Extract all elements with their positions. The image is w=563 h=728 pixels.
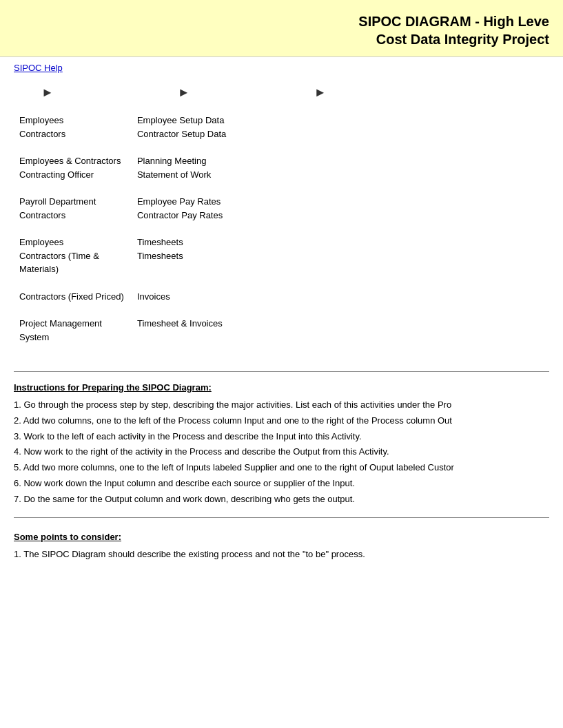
arrow-3: ► [314, 85, 327, 100]
instruction-item-5: 6. Now work down the Input column and de… [14, 477, 549, 491]
supplier-cell-5: Project Management System [14, 310, 132, 351]
output-cell-4 [335, 283, 453, 311]
instructions-section: Instructions for Preparing the SIPOC Dia… [0, 382, 563, 507]
supplier-cell-3: EmployeesContractors (Time & Materials) [14, 229, 132, 283]
instruction-item-6: 7. Do the same for the Output column and… [14, 492, 549, 507]
output-cell-1 [335, 147, 453, 188]
input-cell-4: Invoices [132, 283, 249, 311]
instruction-item-0: 1. Go through the process step by step, … [14, 398, 549, 413]
points-item-0: 1. The SIPOC Diagram should describe the… [14, 548, 549, 562]
instruction-item-4: 5. Add two more columns, one to the left… [14, 461, 549, 475]
instruction-item-2: 3. Work to the left of each activity in … [14, 430, 549, 444]
customer-cell-1 [453, 147, 549, 188]
process-cell-4 [249, 283, 335, 311]
input-cell-2: Employee Pay RatesContractor Pay Rates [132, 188, 249, 229]
arrow-2: ► [178, 85, 190, 100]
instruction-item-3: 4. Now work to the right of the activity… [14, 445, 549, 459]
output-cell-3 [335, 229, 453, 283]
sipoc-row-2: Payroll DepartmentContractorsEmployee Pa… [14, 188, 549, 229]
header-banner: SIPOC DIAGRAM - High Leve Cost Data Inte… [0, 0, 563, 57]
sipoc-help-row: SIPOC Help [0, 57, 563, 79]
customer-cell-2 [453, 188, 549, 229]
header-title: SIPOC DIAGRAM - High Leve Cost Data Inte… [14, 12, 549, 48]
customer-cell-4 [453, 283, 549, 311]
arrows-row: ► ► ► [41, 79, 549, 107]
process-cell-0 [249, 107, 335, 147]
separator-1 [14, 371, 549, 372]
supplier-cell-0: EmployeesContractors [14, 107, 132, 147]
output-cell-2 [335, 188, 453, 229]
supplier-cell-2: Payroll DepartmentContractors [14, 188, 132, 229]
input-cell-5: Timesheet & Invoices [132, 310, 249, 351]
points-title: Some points to consider: [14, 532, 549, 542]
process-cell-5 [249, 310, 335, 351]
supplier-cell-4: Contractors (Fixed Priced) [14, 283, 132, 311]
output-cell-5 [335, 310, 453, 351]
main-content: ► ► ► EmployeesContractorsEmployee Setup… [0, 79, 563, 351]
process-cell-3 [249, 229, 335, 283]
sipoc-help-link[interactable]: SIPOC Help [14, 63, 63, 73]
instructions-list: 1. Go through the process step by step, … [14, 398, 549, 507]
customer-cell-3 [453, 229, 549, 283]
arrow-1: ► [41, 85, 54, 100]
sipoc-row-0: EmployeesContractorsEmployee Setup DataC… [14, 107, 549, 147]
process-cell-2 [249, 188, 335, 229]
input-cell-1: Planning MeetingStatement of Work [132, 147, 249, 188]
customer-cell-5 [453, 310, 549, 351]
points-section: Some points to consider: 1. The SIPOC Di… [0, 532, 563, 562]
sipoc-row-4: Contractors (Fixed Priced)Invoices [14, 283, 549, 311]
sipoc-row-5: Project Management SystemTimesheet & Inv… [14, 310, 549, 351]
supplier-cell-1: Employees & ContractorsContracting Offic… [14, 147, 132, 188]
input-cell-0: Employee Setup DataContractor Setup Data [132, 107, 249, 147]
customer-cell-0 [453, 107, 549, 147]
sipoc-row-3: EmployeesContractors (Time & Materials)T… [14, 229, 549, 283]
separator-2 [14, 517, 549, 518]
sipoc-table: EmployeesContractorsEmployee Setup DataC… [14, 107, 549, 351]
points-list: 1. The SIPOC Diagram should describe the… [14, 548, 549, 562]
process-cell-1 [249, 147, 335, 188]
output-cell-0 [335, 107, 453, 147]
sipoc-row-1: Employees & ContractorsContracting Offic… [14, 147, 549, 188]
instructions-title: Instructions for Preparing the SIPOC Dia… [14, 382, 549, 393]
input-cell-3: TimesheetsTimesheets [132, 229, 249, 283]
instruction-item-1: 2. Add two columns, one to the left of t… [14, 414, 549, 428]
